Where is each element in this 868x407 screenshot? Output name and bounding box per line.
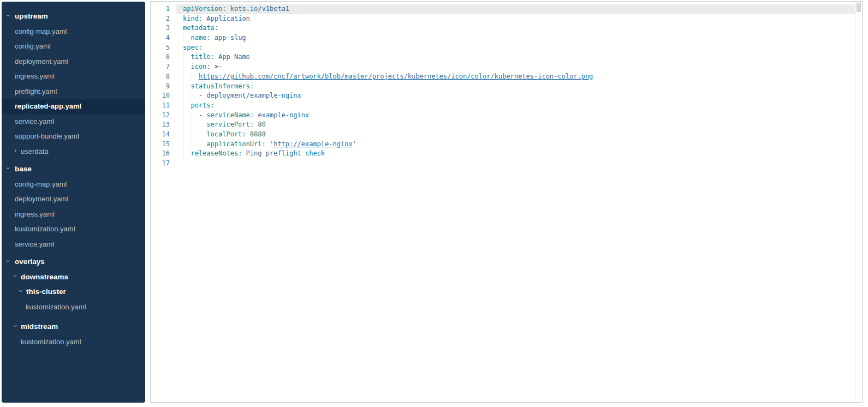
sidebar-file-config-map-yaml[interactable]: config-map.yaml (2, 177, 145, 192)
sidebar-folder-downstreams[interactable]: ›downstreams (2, 270, 145, 285)
tree-item-label: this-cluster (2, 288, 66, 296)
chevron-down-icon[interactable]: › (12, 325, 19, 327)
sidebar-file-preflight-yaml[interactable]: preflight.yaml (2, 84, 145, 99)
sidebar-file-replicated-app-yaml[interactable]: replicated-app.yaml (2, 99, 145, 114)
code-line[interactable]: 13servicePort: 80 (151, 120, 862, 130)
code-line-text: - serviceName: example-nginx (176, 111, 862, 121)
code-line-text: name: app-slug (176, 33, 862, 43)
url-link[interactable]: https://github.com/cncf/artwork/blob/mas… (199, 73, 593, 80)
code-token: serviceName: (206, 111, 254, 119)
line-number: 17 (151, 159, 176, 169)
sidebar-file-service-yaml[interactable]: service.yaml (2, 114, 145, 129)
sidebar-file-config-map-yaml[interactable]: config-map.yaml (2, 24, 145, 39)
sidebar-folder-this-cluster[interactable]: ›this-cluster (2, 284, 145, 300)
indent-guide (199, 120, 206, 130)
code-line-text: ports: (176, 101, 862, 111)
code-line[interactable]: 7icon: >- (151, 62, 862, 72)
line-number: 4 (151, 33, 176, 43)
line-number: 9 (151, 82, 176, 92)
code-line[interactable]: 16releaseNotes: Ping preflight check (151, 149, 862, 159)
line-number: 3 (151, 23, 176, 33)
scrollbar-thumb[interactable] (857, 3, 861, 12)
indent-guide (183, 130, 191, 140)
code-line[interactable]: 9statusInformers: (151, 82, 862, 92)
code-token: ports: (191, 101, 214, 109)
sidebar-file-config-yaml[interactable]: config.yaml (2, 39, 145, 54)
chevron-down-icon[interactable]: › (5, 260, 12, 262)
sidebar-file-kustomization-yaml[interactable]: kustomization.yaml (2, 222, 145, 237)
editor-vertical-scrollbar[interactable] (855, 2, 862, 402)
sidebar-file-deployment-yaml[interactable]: deployment.yaml (2, 191, 145, 207)
code-line[interactable]: 3metadata: (151, 23, 862, 33)
indent-guide (183, 62, 191, 72)
tree-item-label: config-map.yaml (2, 180, 67, 188)
code-line-text: https://github.com/cncf/artwork/blob/mas… (176, 72, 862, 82)
code-token: Application (206, 15, 249, 22)
line-number: 7 (151, 62, 176, 72)
code-line[interactable]: 17 (151, 159, 862, 169)
tree-item-label: deployment.yaml (2, 195, 68, 203)
code-content[interactable]: 1apiVersion: kots.io/v1beta12kind: Appli… (151, 4, 862, 169)
code-line[interactable]: 4name: app-slug (151, 33, 862, 43)
line-number: 10 (151, 91, 176, 101)
sidebar-file-kustomization-yaml[interactable]: kustomization.yaml (2, 300, 145, 315)
code-line-text: servicePort: 80 (176, 120, 862, 130)
code-line[interactable]: 10- deployment/example-nginx (151, 91, 862, 101)
code-line-text: localPort: 8888 (176, 130, 862, 140)
code-line[interactable]: 11ports: (151, 101, 862, 111)
code-token: title: (191, 53, 214, 61)
yaml-code-editor[interactable]: 1apiVersion: kots.io/v1beta12kind: Appli… (150, 1, 863, 403)
line-number: 8 (151, 72, 176, 82)
sidebar-folder-userdata[interactable]: ›userdata (2, 144, 145, 159)
code-token: example-nginx (258, 111, 309, 119)
code-token: kots.io/v1beta1 (230, 5, 289, 13)
sidebar-folder-upstream[interactable]: ›upstream (2, 9, 145, 24)
code-token (226, 5, 230, 13)
sidebar-file-ingress-yaml[interactable]: ingress.yaml (2, 207, 145, 222)
line-number: 16 (151, 149, 176, 159)
line-number: 1 (151, 4, 176, 14)
sidebar-file-service-yaml[interactable]: service.yaml (2, 237, 145, 252)
code-token: servicePort: (206, 121, 254, 128)
code-line[interactable]: 8https://github.com/cncf/artwork/blob/ma… (151, 72, 862, 82)
sidebar-folder-midstream[interactable]: ›midstream (2, 319, 145, 334)
tree-item-label: support-bundle.yaml (2, 132, 79, 140)
code-line-text: kind: Application (176, 14, 862, 24)
indent-guide (183, 33, 191, 43)
url-link[interactable]: http://example-nginx (274, 140, 353, 148)
code-token: localPort: (206, 130, 246, 138)
line-number: 6 (151, 52, 176, 62)
code-line[interactable]: 5spec: (151, 43, 862, 53)
code-token: applicationUrl: (206, 140, 265, 148)
code-token: >- (215, 63, 222, 70)
chevron-right-icon[interactable]: › (14, 147, 16, 154)
tree-item-label: service.yaml (2, 240, 54, 248)
code-line[interactable]: 6title: App Name (151, 52, 862, 62)
code-line[interactable]: 15applicationUrl: 'http://example-nginx' (151, 140, 862, 149)
indent-guide (191, 130, 198, 140)
chevron-down-icon[interactable]: › (12, 275, 19, 277)
code-token: deployment/example-nginx (206, 92, 301, 99)
tree-item-label: config-map.yaml (2, 27, 67, 35)
sidebar-file-deployment-yaml[interactable]: deployment.yaml (2, 54, 145, 69)
chevron-down-icon[interactable]: › (5, 14, 12, 16)
code-line-text: metadata: (176, 23, 862, 33)
indent-guide (191, 72, 198, 82)
sidebar-folder-overlays[interactable]: ›overlays (2, 254, 145, 270)
line-number: 2 (151, 14, 176, 24)
sidebar-file-ingress-yaml[interactable]: ingress.yaml (2, 69, 145, 84)
code-line[interactable]: 2kind: Application (151, 14, 862, 24)
code-line[interactable]: 1apiVersion: kots.io/v1beta1 (151, 4, 862, 14)
chevron-down-icon[interactable]: › (5, 167, 12, 169)
code-token (215, 53, 218, 61)
code-token (246, 130, 250, 138)
code-line[interactable]: 12- serviceName: example-nginx (151, 111, 862, 121)
code-token: Ping preflight check (246, 149, 325, 157)
code-line[interactable]: 14localPort: 8888 (151, 130, 862, 140)
code-token: metadata: (183, 24, 218, 32)
sidebar-file-support-bundle-yaml[interactable]: support-bundle.yaml (2, 129, 145, 144)
code-line-text (176, 159, 862, 169)
sidebar-folder-base[interactable]: ›base (2, 161, 145, 177)
chevron-down-icon[interactable]: › (17, 290, 25, 292)
sidebar-file-kustomization-yaml[interactable]: kustomization.yaml (2, 334, 145, 350)
